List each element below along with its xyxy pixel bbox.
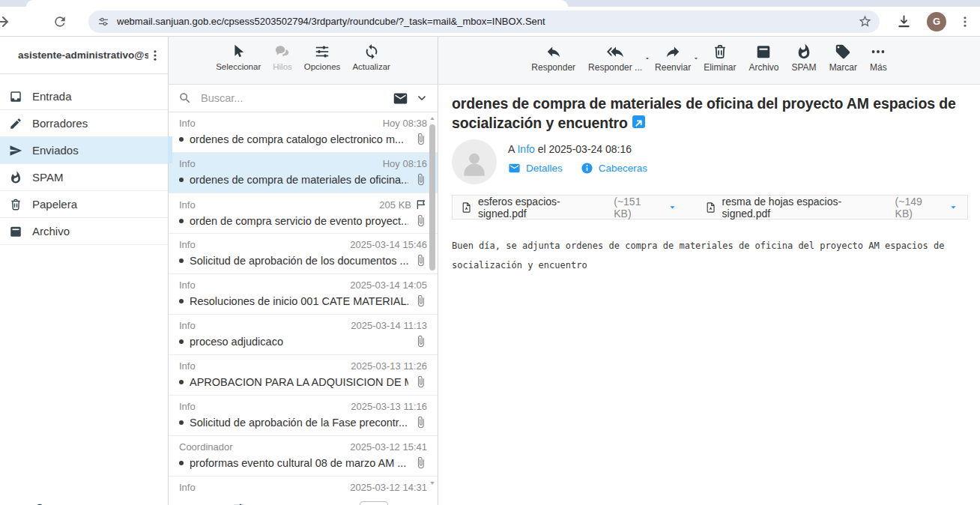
search-input[interactable] [199, 91, 385, 105]
profile-avatar[interactable]: G [927, 12, 946, 31]
sidebar-more-icon[interactable] [126, 501, 139, 505]
pdf-file-icon [705, 201, 717, 214]
tab-strip [0, 0, 980, 7]
details-link[interactable]: Detalles [508, 162, 563, 175]
active-tab[interactable] [26, 0, 568, 7]
reader-button-spam[interactable]: SPAM [792, 43, 817, 73]
reader-button-eliminar[interactable]: Eliminar [704, 43, 736, 73]
unread-dot [179, 219, 184, 223]
archive-icon [755, 43, 772, 60]
message-list-row[interactable]: Coordinador 2025-03-12 15:41 proformas e… [169, 436, 438, 477]
search-scope-envelope-icon[interactable] [393, 91, 408, 106]
account-menu-icon[interactable] [148, 49, 162, 62]
button-label: Opciones [304, 62, 341, 71]
sidebar-item-borradores[interactable]: Borradores [0, 110, 168, 137]
message-subject: proformas evento cultural 08 de marzo AM… [190, 457, 408, 469]
caret-down-icon[interactable] [667, 202, 678, 213]
last-page-icon[interactable] [417, 502, 429, 505]
message-subject: orden de compra servicio de evento proye… [190, 215, 408, 227]
reader-button-archivo[interactable]: Archivo [748, 43, 778, 73]
downloads-icon[interactable] [896, 13, 912, 29]
caret-down-icon[interactable] [644, 55, 651, 62]
message-sender: Info [179, 320, 351, 331]
threads-icon [274, 43, 291, 60]
message-list-row[interactable]: Info Hoy 08:16 ordenes de compra de mate… [169, 153, 438, 193]
recipient-link[interactable]: Info [517, 143, 534, 155]
sidebar-item-archivo[interactable]: Archivo [0, 218, 168, 245]
message-list-row[interactable]: Info Hoy 08:38 ordenes de compra catalog… [169, 112, 438, 153]
paperclip-icon [414, 416, 427, 429]
list-button-seleccionar[interactable]: Seleccionar [216, 43, 261, 71]
message-list-row[interactable]: Info 2025-03-14 15:46 Solicitud de aprob… [169, 234, 438, 274]
scroll-up-icon[interactable] [429, 115, 435, 121]
list-scrollbar[interactable] [429, 114, 436, 505]
unread-dot [179, 299, 184, 303]
attachment-item[interactable]: esferos espacios-signed.pdf (~151 KB) [461, 196, 678, 220]
attachment-name[interactable]: resma de hojas espacios-signed.pdf [722, 196, 890, 220]
caret-down-icon[interactable] [948, 202, 959, 213]
scroll-thumb[interactable] [429, 124, 435, 270]
flame-icon [9, 171, 22, 184]
forward-arrow-icon[interactable] [0, 13, 10, 30]
reload-icon[interactable] [52, 14, 67, 29]
button-label: Responder ... [588, 62, 642, 73]
message-meta: Hoy 08:38 [383, 118, 427, 129]
message-sender: Info [179, 158, 383, 169]
caret-down-icon[interactable] [692, 55, 700, 62]
message-list-row[interactable]: Info 2025-03-13 11:16 Solicitud de aprob… [169, 396, 438, 436]
sidebar-item-enviados[interactable]: Enviados [0, 137, 168, 164]
reader-button-responder[interactable]: Responder [531, 43, 575, 73]
reader-button-m-s[interactable]: Más [870, 43, 887, 73]
search-options-chevron-icon[interactable] [416, 92, 428, 104]
message-list-row[interactable]: Info 205 KB orden de compra servicio de … [169, 193, 438, 234]
attachments-bar: esferos espacios-signed.pdf (~151 KB) re… [452, 195, 968, 220]
unread-dot [179, 380, 184, 384]
sidebar-item-entrada[interactable]: Entrada [0, 83, 168, 110]
url-text[interactable]: webmail.sanjuan.gob.ec/cpsess5203502794/… [117, 16, 850, 27]
browser-menu-icon[interactable] [958, 15, 972, 28]
message-meta: 2025-03-14 14:05 [350, 279, 427, 291]
reader-button-marcar[interactable]: Marcar [829, 43, 857, 73]
unread-dot [179, 339, 184, 344]
message-subject: APROBACION PARA LA ADQUISICION DE M... [190, 376, 408, 388]
paperclip-icon [414, 133, 427, 145]
message-list-row[interactable]: Info 2025-03-14 11:13 proceso adjudicaco [169, 315, 438, 355]
address-bar[interactable]: webmail.sanjuan.gob.ec/cpsess5203502794/… [88, 10, 880, 33]
message-meta: Hoy 08:16 [383, 158, 427, 169]
sidebar-item-spam[interactable]: SPAM [0, 164, 168, 191]
splitter-accent[interactable] [168, 136, 172, 163]
attachment-name[interactable]: esferos espacios-signed.pdf [478, 196, 608, 220]
reader-button-responder[interactable]: Responder ... [588, 43, 642, 73]
message-list-row[interactable]: Info 2025-03-14 14:05 Resoluciones de in… [169, 274, 438, 315]
open-in-new-window-icon[interactable] [632, 115, 645, 128]
list-toolbar: Seleccionar Hilos Opciones Actualizar [169, 37, 438, 85]
paperclip-icon [414, 294, 427, 307]
bookmark-star-icon[interactable] [858, 14, 872, 28]
message-subject: ordenes de compra de materiales de ofici… [452, 94, 980, 133]
attachment-size: (~149 KB) [895, 196, 943, 220]
page-number-box[interactable] [360, 501, 388, 505]
list-button-opciones[interactable]: Opciones [304, 43, 341, 71]
flame-icon [796, 43, 812, 60]
next-page-icon[interactable] [397, 502, 409, 505]
pagination-chevron-icon[interactable] [252, 502, 266, 505]
attachment-item[interactable]: resma de hojas espacios-signed.pdf (~149… [705, 196, 959, 220]
headers-link[interactable]: Cabeceras [581, 162, 647, 175]
site-settings-icon[interactable] [97, 16, 109, 28]
list-button-actualizar[interactable]: Actualizar [352, 43, 390, 71]
paperclip-icon [414, 214, 427, 227]
reader-button-reenviar[interactable]: Reenviar [655, 43, 691, 73]
unread-dot [179, 420, 184, 425]
pagination-icon[interactable] [232, 502, 246, 505]
trash-icon [712, 43, 728, 60]
sidebar-item-papelera[interactable]: Papelera [0, 191, 168, 218]
browser-toolbar: webmail.sanjuan.gob.ec/cpsess5203502794/… [0, 7, 980, 36]
unread-dot [179, 258, 184, 263]
message-list-row[interactable]: Info 2025-03-13 11:26 APROBACION PARA LA… [169, 355, 438, 396]
message-meta: 2025-03-12 14:31 [350, 482, 427, 493]
user-icon[interactable] [31, 501, 48, 505]
scroll-down-icon[interactable] [429, 480, 435, 486]
message-sender: Info [179, 239, 350, 250]
list-pagination[interactable] [169, 500, 438, 505]
list-button-hilos[interactable]: Hilos [273, 43, 292, 71]
